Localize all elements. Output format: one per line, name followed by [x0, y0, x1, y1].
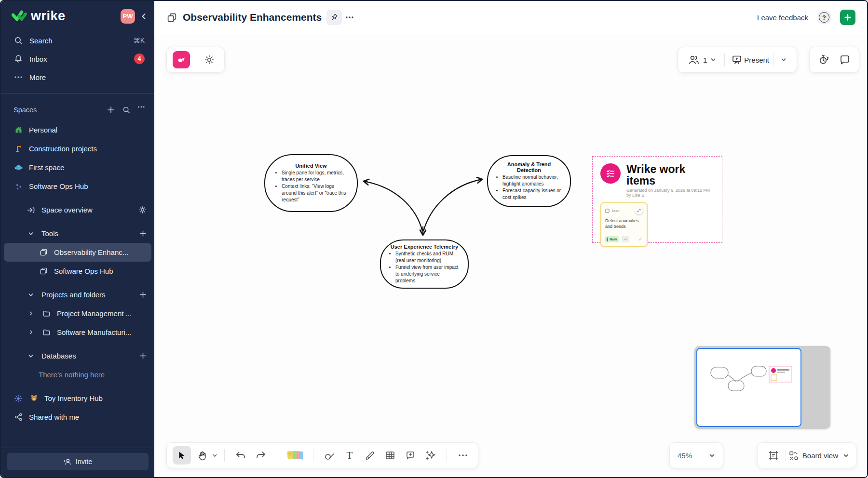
invite-label: Invite [76, 458, 93, 465]
ai-sparkles-tool-button[interactable] [421, 446, 440, 465]
sidebar-item-software-ops-hub[interactable]: Software Ops Hub [1, 177, 154, 196]
pin-button[interactable] [326, 10, 342, 25]
avatar[interactable]: PW [121, 9, 135, 24]
timer-comment-card [809, 47, 859, 73]
help-button[interactable]: ? [817, 10, 831, 25]
sparkles-icon [14, 182, 23, 190]
board-settings-gear-icon[interactable] [200, 51, 218, 69]
chevron-right-icon[interactable] [26, 311, 36, 316]
sidebar-item-more[interactable]: More [1, 68, 154, 86]
search-spaces-icon[interactable] [122, 106, 130, 114]
present-chevron-icon[interactable] [777, 51, 790, 69]
sidebar-nav: Search ⌘K Inbox 4 More [1, 27, 154, 88]
task-card[interactable]: Task Detect anomalies and trends New – ✓ [600, 202, 648, 247]
sidebar-item-personal[interactable]: Personal [1, 120, 154, 139]
space-label: Personal [29, 126, 57, 134]
whiteboard-canvas[interactable]: 1 Present [154, 34, 867, 477]
sidebar-item-shared-with-me[interactable]: Shared with me [1, 408, 154, 426]
node-bullet: Single pane for logs, metrics, traces pe… [282, 170, 347, 183]
expand-task-icon[interactable] [635, 207, 643, 214]
add-project-icon[interactable] [139, 291, 147, 298]
sidebar-item-space-overview[interactable]: Space overview [1, 200, 154, 219]
spaces-more-icon[interactable] [138, 106, 145, 114]
zoom-chevron-icon[interactable] [709, 452, 715, 459]
sidebar-item-software-manufacturing[interactable]: Software Manufacturi... [1, 323, 154, 342]
view-chevron-icon[interactable] [843, 452, 849, 459]
sidebar-item-toy-inventory-hub[interactable]: Toy Inventory Hub [1, 389, 154, 408]
title-more-button[interactable] [342, 10, 357, 25]
leave-feedback-link[interactable]: Leave feedback [757, 13, 808, 22]
sidebar-section-projects-and-folders[interactable]: Projects and folders [1, 285, 154, 304]
add-space-icon[interactable] [107, 106, 115, 114]
timer-icon[interactable] [814, 51, 833, 69]
databases-section-label: Databases [41, 352, 76, 360]
toolbar-more-button[interactable] [454, 446, 472, 465]
hand-tool-button[interactable] [193, 446, 211, 465]
crane-icon [14, 145, 23, 153]
task-complete-check-icon[interactable]: ✓ [638, 236, 643, 242]
sidebar-footer: Invite [1, 448, 154, 477]
add-tool-icon[interactable] [139, 230, 147, 237]
mindmap-node-user-experience-telemetry[interactable]: User Experience Telemetry Synthetic chec… [380, 239, 469, 289]
chevron-right-icon[interactable] [26, 330, 36, 335]
view-label: Board view [802, 451, 838, 460]
sidebar-item-software-ops-hub-board[interactable]: Software Ops Hub [1, 262, 154, 280]
minimap[interactable] [694, 346, 830, 429]
redo-button[interactable] [252, 446, 270, 465]
main-area: Observability Enhancements Leave feedbac… [154, 1, 867, 477]
node-bullet: Baseline normal behavior, highlight anom… [502, 174, 562, 187]
sidebar-item-search[interactable]: Search ⌘K [1, 31, 154, 50]
presence-chevron-icon[interactable] [707, 51, 719, 69]
add-comment-tool-button[interactable] [401, 446, 420, 465]
search-label: Search [29, 37, 53, 45]
zoom-control[interactable]: 45% [669, 442, 723, 468]
sidebar-item-first-space[interactable]: First space [1, 158, 154, 177]
inbox-label: Inbox [29, 55, 47, 63]
sidebar-item-project-management[interactable]: Project Management ... [1, 304, 154, 323]
home-icon [14, 126, 23, 134]
sidebar-section-tools[interactable]: Tools [1, 224, 154, 243]
share-icon [14, 413, 23, 421]
whiteboard-icon [39, 248, 48, 256]
minimap-viewport[interactable] [696, 348, 801, 427]
comments-icon[interactable] [836, 51, 854, 69]
wrike-work-items-card[interactable]: Wrike work items Generated on January 6,… [592, 156, 722, 243]
add-database-icon[interactable] [139, 352, 147, 359]
create-new-button[interactable] [840, 10, 855, 25]
task-assignee-placeholder[interactable]: – [622, 236, 629, 242]
collapse-sidebar-icon[interactable] [140, 13, 148, 20]
table-tool-button[interactable] [381, 446, 399, 465]
mindmap-node-unified-view[interactable]: Unified View Single pane for logs, metri… [264, 154, 358, 212]
minimap-content [697, 349, 800, 425]
question-icon: ? [819, 12, 829, 23]
presence-present-card: 1 Present [678, 47, 797, 73]
task-status-badge[interactable]: New [605, 236, 619, 242]
sidebar-item-inbox[interactable]: Inbox 4 [1, 50, 154, 68]
select-tool-button[interactable] [173, 446, 191, 465]
sidebar-item-observability-enhancements[interactable]: Observability Enhanc... [4, 243, 151, 262]
projects-section-label: Projects and folders [41, 291, 106, 299]
view-switcher: Board view [757, 442, 856, 468]
frames-icon[interactable] [764, 446, 783, 465]
invite-button[interactable]: Invite [7, 453, 149, 470]
sidebar-item-construction-projects[interactable]: Construction projects [1, 139, 154, 158]
node-bullets: Single pane for logs, metrics, traces pe… [275, 170, 347, 204]
undo-button[interactable] [231, 446, 250, 465]
more-label: More [29, 73, 46, 81]
wrike-logo-text: wrike [31, 9, 66, 24]
tool-label: Software Ops Hub [54, 267, 113, 275]
text-tool-button[interactable]: T [340, 446, 359, 465]
space-settings-gear-icon[interactable] [138, 206, 147, 214]
sticky-notes-tool-button[interactable] [284, 446, 306, 465]
sidebar-section-databases[interactable]: Databases [1, 346, 154, 365]
node-title: Anomaly & Trend Detection [496, 161, 562, 173]
mindmap-node-anomaly-trend-detection[interactable]: Anomaly & Trend Detection Baseline norma… [487, 155, 571, 207]
space-label: Construction projects [29, 145, 97, 153]
shapes-tool-button[interactable] [320, 446, 339, 465]
hand-tool-chevron-icon[interactable] [212, 453, 217, 458]
present-button[interactable]: Present [744, 56, 769, 64]
collaborators-icon[interactable] [685, 51, 703, 69]
klaxoon-app-icon[interactable] [173, 51, 190, 68]
wrike-logo[interactable]: wrike [12, 9, 66, 24]
pen-tool-button[interactable] [361, 446, 379, 465]
